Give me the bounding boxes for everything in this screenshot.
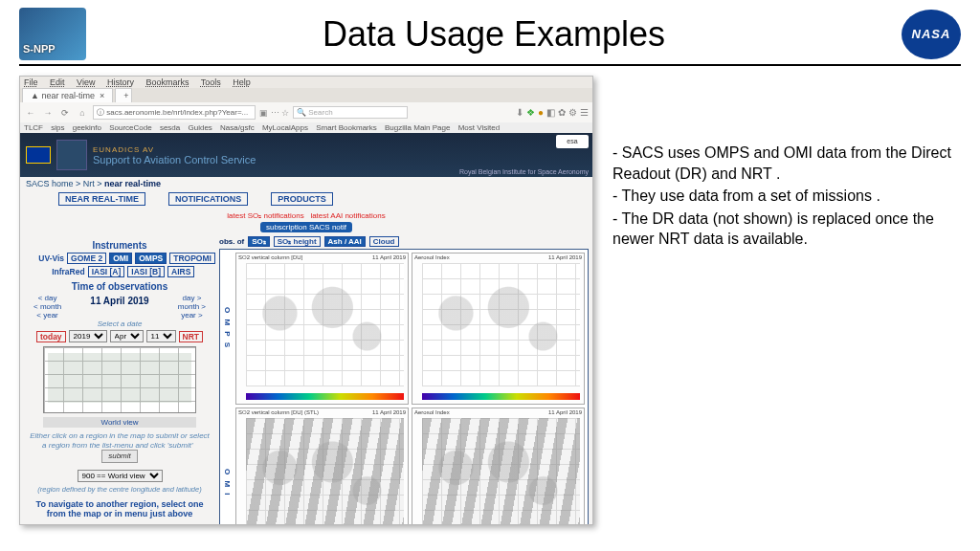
bm[interactable]: SourceCode — [109, 123, 151, 132]
minimap-label: World view — [43, 417, 196, 428]
chip-omps[interactable]: OMPS — [135, 253, 167, 264]
menu-bookmarks[interactable]: Bookmarks — [145, 77, 189, 87]
obs-cloud[interactable]: Cloud — [369, 236, 399, 247]
nasa-logo: NASA — [902, 10, 961, 59]
nav-reload-icon[interactable]: ⟳ — [58, 106, 72, 120]
row-label-omi: O M I — [223, 408, 233, 526]
note-line: - They use data from a set of missions . — [612, 186, 961, 207]
institute-name: Royal Belgian Institute for Space Aerono… — [459, 168, 589, 175]
today-button[interactable]: today — [36, 331, 66, 342]
nav-home-icon[interactable]: ⌂ — [76, 106, 89, 120]
year-select[interactable]: 2019 — [69, 330, 107, 342]
bm[interactable]: TLCF — [24, 123, 43, 132]
chip-gome2[interactable]: GOME 2 — [67, 253, 106, 264]
day-select[interactable]: 11 — [146, 330, 176, 342]
menu-history[interactable]: History — [107, 77, 134, 87]
row-label-omps: O M P S — [223, 253, 233, 405]
bm[interactable]: sesda — [160, 123, 180, 132]
instruments-heading: Instruments — [24, 240, 215, 251]
slide-title: Data Usage Examples — [86, 14, 902, 55]
bm[interactable]: Nasa/gsfc — [220, 123, 255, 132]
chip-airs[interactable]: AIRS — [167, 266, 194, 277]
embedded-screenshot: File Edit View History Bookmarks Tools H… — [19, 76, 593, 525]
bm[interactable]: Most Visited — [458, 123, 500, 132]
bm[interactable]: MyLocalApps — [262, 123, 308, 132]
eu-flag-icon — [26, 146, 51, 164]
plot-panel: O M P S SO2 vertical column [DU]11 April… — [219, 249, 589, 525]
plot-omps-aai[interactable]: Aerosol Index11 April 2019 — [412, 253, 585, 405]
menu-help[interactable]: Help — [233, 77, 251, 87]
time-heading: Time of observations — [24, 281, 215, 292]
browser-tab[interactable]: ▲ near real-time × — [22, 88, 113, 102]
tab-nrt[interactable]: NEAR REAL-TIME — [58, 192, 145, 206]
note-line: - The DR data (not shown) is replaced on… — [612, 209, 961, 250]
bm[interactable]: sips — [51, 123, 64, 132]
search-field[interactable]: 🔍 Search — [293, 106, 408, 119]
tab-notif[interactable]: NOTIFICATIONS — [168, 192, 248, 206]
chip-tropomi[interactable]: TROPOMI — [169, 253, 215, 264]
obs-selector: obs. of SO₂ SO₂ height Ash / AAI Cloud — [219, 236, 589, 247]
chip-omi[interactable]: OMI — [109, 253, 132, 264]
chip-iasi-a[interactable]: IASI [A] — [88, 266, 125, 277]
region-hint: Either click on a region in the map to s… — [24, 428, 215, 467]
obs-so2h[interactable]: SO₂ height — [274, 236, 321, 247]
side-panel: Instruments UV-Vis GOME 2 OMI OMPS TROPO… — [24, 236, 215, 525]
nav-back-icon[interactable]: ← — [24, 106, 37, 120]
region-minimap[interactable] — [43, 346, 196, 413]
url-field[interactable]: ⓘ sacs.aeronomie.be/nrt/index.php?Year=.… — [93, 105, 256, 120]
browser-addressbar: ← → ⟳ ⌂ ⓘ sacs.aeronomie.be/nrt/index.ph… — [20, 102, 592, 122]
bm[interactable]: Smart Bookmarks — [316, 123, 377, 132]
bm[interactable]: Bugzilla Main Page — [385, 123, 450, 132]
toolbar-icons: ⬇❖●◧✿⚙☰ — [513, 107, 589, 118]
volcanoes-link[interactable]: VOLCANOES in this region — [24, 524, 215, 525]
nav-fwd-icon[interactable]: → — [41, 106, 55, 120]
menu-file[interactable]: File — [24, 77, 38, 87]
plot-omi-so2[interactable]: SO2 vertical column [DU] (STL)11 April 2… — [235, 408, 409, 526]
obs-ash[interactable]: Ash / AAI — [324, 236, 366, 247]
browser-menubar: File Edit View History Bookmarks Tools H… — [20, 77, 592, 88]
plot-omi-aai[interactable]: Aerosol Index11 April 2019 — [412, 408, 585, 526]
menu-edit[interactable]: Edit — [50, 77, 65, 87]
browser-tabbar: ▲ near real-time × + — [20, 88, 592, 102]
note-line: - SACS uses OMPS and OMI data from the D… — [612, 143, 961, 184]
site-nav-tabs: NEAR REAL-TIME NOTIFICATIONS PRODUCTS — [20, 190, 592, 208]
nrt-button[interactable]: NRT — [179, 331, 203, 342]
month-select[interactable]: Apr — [110, 330, 144, 342]
tab-products[interactable]: PRODUCTS — [271, 192, 333, 206]
submit-button[interactable]: submit — [101, 450, 138, 463]
plot-omps-so2[interactable]: SO2 vertical column [DU]11 April 2019 — [235, 253, 409, 405]
menu-tools[interactable]: Tools — [201, 77, 221, 87]
slide-notes: - SACS uses OMPS and OMI data from the D… — [612, 76, 961, 525]
bm[interactable]: geekinfo — [73, 123, 101, 132]
bm[interactable]: Guides — [189, 123, 212, 132]
obs-so2[interactable]: SO₂ — [248, 236, 270, 247]
region-select[interactable]: 900 == World view — [78, 470, 163, 482]
esa-logo: esa — [556, 135, 589, 148]
chip-iasi-b[interactable]: IASI [B] — [127, 266, 165, 277]
nav-hint: To navigate to another region, select on… — [24, 494, 215, 524]
site-banner: EUNADICS AV Support to Aviation Control … — [20, 133, 592, 177]
breadcrumb: SACS home > Nrt > near real-time — [20, 177, 592, 190]
snpp-logo — [19, 8, 86, 60]
menu-view[interactable]: View — [77, 77, 95, 87]
sublinks: latest SO₂ notifications latest AAI noti… — [20, 208, 592, 236]
new-tab-button[interactable]: + — [115, 88, 132, 102]
subscribe-button[interactable]: subscription SACS notif — [260, 222, 352, 232]
current-date: 11 April 2019 — [90, 294, 148, 320]
bookmarks-bar: TLCF sips geekinfo SourceCode sesda Guid… — [20, 122, 592, 133]
